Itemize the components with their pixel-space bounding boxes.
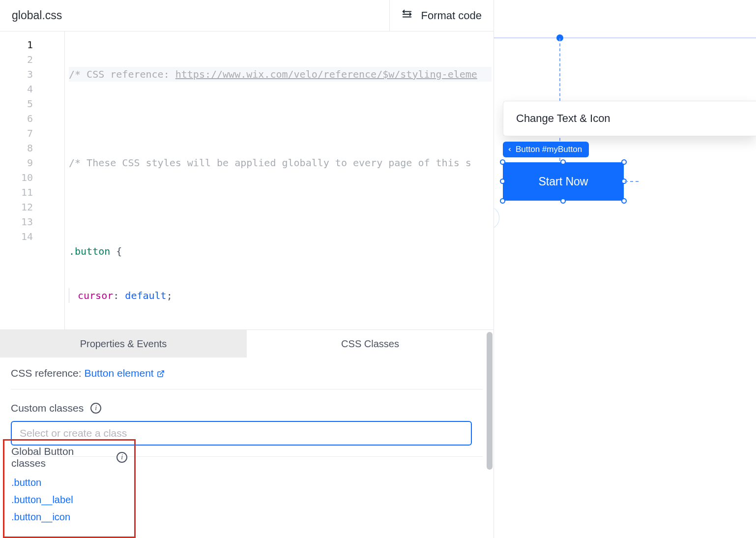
scrollbar-thumb[interactable] [487,332,493,470]
change-text-icon-label: Change Text & Icon [516,112,611,125]
line-number: 14 [0,229,64,244]
code-line[interactable]: cursor: default; [69,288,492,303]
resize-handle[interactable] [500,159,505,165]
breadcrumb-label: Button #myButton [516,145,582,154]
chevron-left-icon [507,147,513,152]
global-class-link[interactable]: .button__icon [11,508,127,526]
indent-guide [69,288,69,303]
dimension-guide [625,181,639,182]
tab-css-classes[interactable]: CSS Classes [247,330,494,358]
global-class-link[interactable]: .button__label [11,491,127,508]
global-classes-label-row: Global Button classes i [11,446,127,469]
line-number: 9 [0,155,64,170]
format-code-label: Format code [421,9,482,22]
line-number: 10 [0,170,64,185]
code-line[interactable]: /* These CSS styles will be applied glob… [69,155,492,170]
format-code-icon [402,9,412,23]
resize-handle[interactable] [560,159,566,165]
code-token: cursor [78,288,113,303]
css-reference-row: CSS reference: Button element [11,367,483,389]
custom-classes-label-row: Custom classes i [11,402,483,414]
global-class-link[interactable]: .button [11,474,127,491]
resize-handle[interactable] [621,159,627,165]
css-reference-label: CSS reference: [11,367,82,379]
svg-line-3 [160,371,163,374]
info-icon[interactable]: i [90,403,101,414]
horizontal-guide [494,37,756,38]
change-text-icon-popup[interactable]: Change Text & Icon [503,101,756,136]
bottom-panel: Properties & Events CSS Classes CSS refe… [0,329,494,538]
canvas-preview[interactable]: Change Text & Icon Button #myButton Star… [494,0,756,538]
code-editor[interactable]: 1 2 3 4 5 6 7 8 9 10 11 12 13 14 /* CSS … [0,31,494,329]
line-number: 7 [0,126,64,141]
line-number: 4 [0,82,64,96]
code-line[interactable]: /* CSS reference: https://www.wix.com/ve… [69,67,492,82]
line-number: 12 [0,200,64,214]
global-button-classes-block: Global Button classes i .button .button_… [3,439,136,538]
code-token: /* These CSS styles will be applied glob… [69,155,471,170]
css-reference-link[interactable]: Button element [84,367,164,379]
scroll-indicator [494,207,499,229]
line-number: 11 [0,185,64,200]
code-line[interactable] [69,111,492,126]
code-token: default [125,288,166,303]
code-line[interactable] [69,200,492,214]
selected-element[interactable]: Start Now [503,162,624,201]
resize-handle[interactable] [500,179,505,184]
line-number: 6 [0,111,64,126]
line-number: 13 [0,214,64,229]
resize-handle[interactable] [500,198,505,204]
line-number: 5 [0,96,64,111]
tab-properties-events[interactable]: Properties & Events [0,330,247,358]
line-number: 3 [0,67,64,82]
resize-handle[interactable] [621,198,627,204]
resize-handle[interactable] [560,198,566,204]
line-number: 1 [0,37,64,52]
panel-tabs: Properties & Events CSS Classes [0,330,494,358]
external-link-icon [157,368,165,380]
scrollbar[interactable] [486,330,494,538]
line-number: 8 [0,141,64,155]
filename-label: global.css [0,9,62,22]
code-area[interactable]: /* CSS reference: https://www.wix.com/ve… [65,31,494,329]
selection-breadcrumb[interactable]: Button #myButton [503,142,589,157]
code-line[interactable]: .button { [69,244,492,259]
line-number: 2 [0,52,64,67]
code-token: { [110,244,122,259]
editor-header: global.css Format code [0,0,494,31]
panel-body: CSS reference: Button element Custom cla… [0,358,494,538]
code-token: /* CSS reference: [69,67,175,82]
code-token: .button [69,244,110,259]
global-classes-label: Global Button classes [11,446,110,469]
start-now-button[interactable]: Start Now [503,162,624,201]
line-number-gutter: 1 2 3 4 5 6 7 8 9 10 11 12 13 14 [0,31,65,329]
code-token: https://www.wix.com/velo/reference/$w/st… [175,67,477,82]
custom-classes-label: Custom classes [11,402,84,414]
format-code-button[interactable]: Format code [389,0,494,31]
code-token: ; [167,288,173,303]
code-token: : [113,288,125,303]
info-icon[interactable]: i [116,452,127,463]
